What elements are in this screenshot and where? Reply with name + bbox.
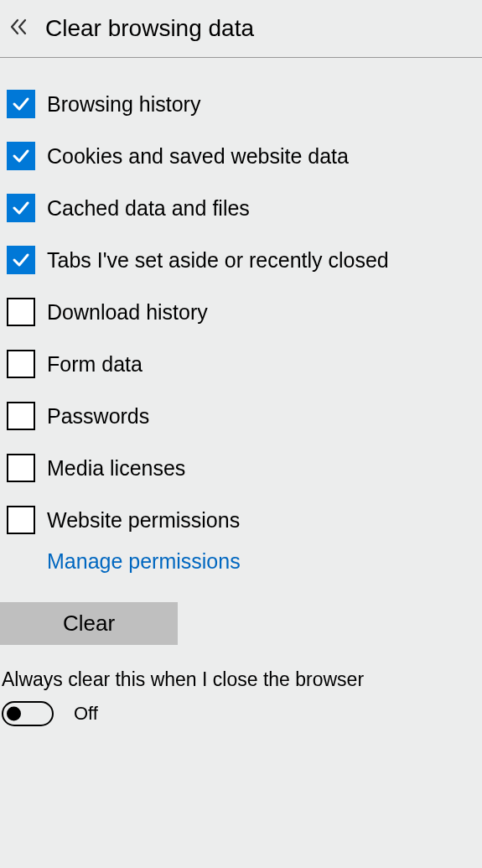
panel-header: Clear browsing data (0, 0, 482, 58)
clear-button[interactable]: Clear (0, 602, 178, 645)
option-label: Form data (47, 352, 143, 377)
toggle-state-label: Off (74, 703, 98, 725)
option-label: Media licenses (47, 456, 185, 481)
option-website-permissions: Website permissions (0, 494, 482, 546)
option-browsing-history: Browsing history (0, 78, 482, 130)
checkbox-form-data[interactable] (7, 350, 35, 378)
option-label: Cookies and saved website data (47, 144, 349, 169)
back-button[interactable] (7, 17, 30, 40)
check-icon (11, 198, 31, 218)
option-label: Browsing history (47, 92, 200, 117)
chevron-left-double-icon (9, 18, 28, 39)
always-clear-toggle-row: Off (0, 701, 482, 726)
checkbox-cached[interactable] (7, 194, 35, 222)
checkbox-cookies[interactable] (7, 142, 35, 170)
checkbox-tabs-aside[interactable] (7, 246, 35, 274)
option-download-history: Download history (0, 286, 482, 338)
option-label: Download history (47, 300, 208, 325)
option-media-licenses: Media licenses (0, 442, 482, 494)
check-icon (11, 94, 31, 114)
toggle-knob-icon (7, 707, 21, 721)
check-icon (11, 146, 31, 166)
checkbox-browsing-history[interactable] (7, 90, 35, 118)
option-cookies: Cookies and saved website data (0, 130, 482, 182)
option-form-data: Form data (0, 338, 482, 390)
manage-permissions-link[interactable]: Manage permissions (47, 549, 241, 573)
manage-permissions-row: Manage permissions (0, 546, 482, 580)
checkbox-media-licenses[interactable] (7, 454, 35, 482)
checkbox-website-permissions[interactable] (7, 506, 35, 534)
option-cached: Cached data and files (0, 182, 482, 234)
option-tabs-aside: Tabs I've set aside or recently closed (0, 234, 482, 286)
option-label: Tabs I've set aside or recently closed (47, 248, 389, 273)
options-list: Browsing history Cookies and saved websi… (0, 58, 482, 726)
page-title: Clear browsing data (45, 15, 254, 42)
option-passwords: Passwords (0, 390, 482, 442)
always-clear-label: Always clear this when I close the brows… (0, 668, 482, 691)
checkbox-download-history[interactable] (7, 298, 35, 326)
option-label: Cached data and files (47, 196, 250, 221)
checkbox-passwords[interactable] (7, 402, 35, 430)
option-label: Website permissions (47, 508, 240, 533)
always-clear-toggle[interactable] (2, 701, 54, 726)
check-icon (11, 250, 31, 270)
option-label: Passwords (47, 404, 149, 429)
